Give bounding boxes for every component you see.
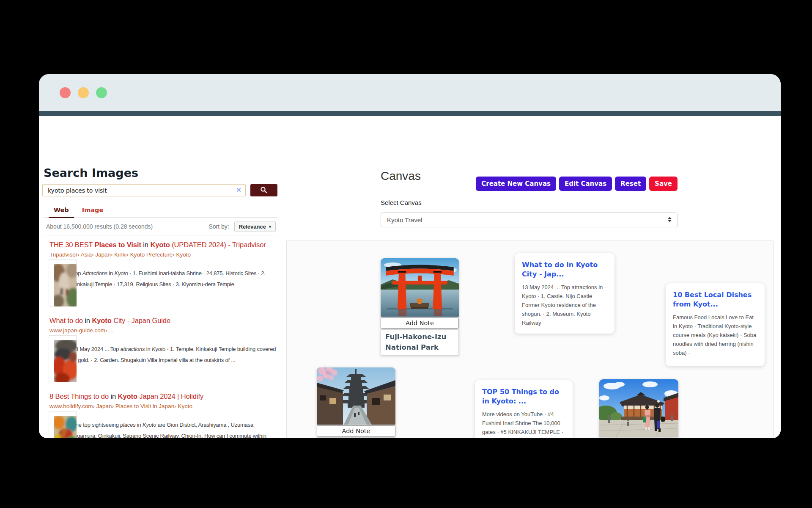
torii-gate-photo[interactable] <box>381 258 459 317</box>
text-segment: Kyoto <box>143 422 156 428</box>
text-segment: in <box>145 346 152 352</box>
sort-by-label: Sort by: <box>208 223 229 230</box>
canvas-image-card[interactable]: Add NoteFuji-Hakone-Izu National Park <box>381 258 459 356</box>
yasaka-shrine-photo[interactable] <box>599 379 678 437</box>
text-segment: are Gion District, Arashiyama , Uzumasa <box>156 422 253 428</box>
search-panel: Search Images ✕ <box>44 116 277 438</box>
result-breadcrumb: www.japan-guide.com› ... <box>49 327 277 334</box>
result-breadcrumb: Tripadvisor› Asia› Japan› Kinki› Kyoto P… <box>49 251 277 258</box>
text-segment: (UPDATED 2024) - Tripadvisor <box>170 241 266 248</box>
text-segment: in <box>107 270 115 276</box>
text-segment: Kinkakuji Temple · 17,319. Religious Sit… <box>72 281 236 287</box>
search-button[interactable] <box>250 184 277 196</box>
desktop-background: Search Images ✕ <box>0 0 812 508</box>
text-segment: in <box>110 392 116 400</box>
note-card[interactable]: 10 Best Local Dishes from Kyot...Famous … <box>666 283 765 366</box>
text-segment: Kyoto <box>92 317 111 324</box>
search-tabs: Web Image <box>44 206 277 218</box>
save-canvas-button[interactable]: Save <box>649 177 678 191</box>
result-title-link[interactable]: THE 30 BEST Places to Visit in Kyoto (UP… <box>49 239 277 249</box>
text-segment: Kyoto <box>152 346 165 352</box>
reset-canvas-button[interactable]: Reset <box>615 177 646 191</box>
note-card[interactable]: What to do in Kyoto City - Jap...13 May … <box>515 253 614 334</box>
text-segment: in <box>143 241 148 248</box>
yasaka-pagoda-photo[interactable] <box>317 367 395 425</box>
text-segment: Places to Visit <box>95 241 141 248</box>
result-thumbnail[interactable] <box>49 260 77 306</box>
result-title-link[interactable]: 8 Best Things to do in Kyoto Japan 2024 … <box>49 391 277 401</box>
canvas-select[interactable]: Kyoto Travel <box>381 213 678 227</box>
result-breadcrumb: www.holidify.com› Japan› Places to Visit… <box>49 403 277 409</box>
search-panel-title: Search Images <box>44 166 138 180</box>
text-segment: attractions <box>121 346 145 352</box>
text-segment: Kyoto <box>118 392 137 400</box>
result-thumbnail[interactable] <box>49 411 77 438</box>
search-result: THE 30 BEST Places to Visit in Kyoto (UP… <box>49 239 277 315</box>
results-count: About 16,500,000 results (0.28 seconds) <box>46 223 153 230</box>
text-segment: · 1. Fushimi Inari-taisha Shrine · 24,87… <box>128 270 266 276</box>
note-card-title-link[interactable]: 10 Best Local Dishes from Kyot... <box>673 290 757 309</box>
clear-search-icon[interactable]: ✕ <box>236 186 241 194</box>
search-results-list: THE 30 BEST Places to Visit in Kyoto (UP… <box>49 239 277 438</box>
chevron-down-icon: ▾ <box>269 224 271 229</box>
add-note-button[interactable]: Add Note <box>381 318 459 329</box>
select-canvas-label: Select Canvas <box>381 199 422 206</box>
canvas-select-value: Kyoto Travel <box>387 216 668 224</box>
magnifier-icon <box>260 186 267 195</box>
tab-image[interactable]: Image <box>77 207 109 217</box>
text-segment: City - Japan Guide <box>112 317 170 324</box>
text-segment: Eigamura, Ginkakuji, Sagano Scenic Railw… <box>72 433 266 438</box>
note-card-body: 13 May 2024 ... Top attractions in Kyoto… <box>522 283 607 327</box>
kyoto-path-people-thumb <box>54 264 77 306</box>
result-thumbnail[interactable] <box>49 335 77 382</box>
window-accent-bar <box>39 111 781 116</box>
sort-dropdown[interactable]: Relevance ▾ <box>234 221 276 232</box>
text-segment: Attractions <box>82 270 107 276</box>
canvas-area[interactable]: Add NoteFuji-Hakone-Izu National ParkWha… <box>286 240 774 438</box>
sort-value: Relevance <box>239 224 266 230</box>
result-snippet: The top sightseeing places in Kyoto are … <box>72 409 277 438</box>
search-input[interactable] <box>42 184 246 196</box>
browser-window: Search Images ✕ <box>39 74 781 438</box>
close-window-button[interactable] <box>60 87 71 98</box>
select-updown-icon <box>668 216 672 224</box>
note-card[interactable]: TOP 50 Things to do in Kyoto: ...More vi… <box>475 380 573 438</box>
maximize-window-button[interactable] <box>96 87 107 98</box>
colorful-festival-thumb <box>54 416 77 438</box>
text-segment: Kyoto <box>115 270 128 276</box>
window-titlebar <box>39 74 781 111</box>
canvas-toolbar: Create New Canvas Edit Canvas Reset Save <box>476 177 678 191</box>
canvas-image-card[interactable]: Add NoteThe Yasaka Pagoda, also known as… <box>317 367 395 438</box>
text-segment: What to do <box>49 317 85 324</box>
text-segment: The top sightseeing <box>72 422 120 428</box>
divider <box>44 235 277 235</box>
note-card-body: Famous Food Locals Love to Eat in Kyoto … <box>673 313 757 357</box>
text-segment: THE 30 BEST <box>49 241 95 248</box>
image-card-caption: Fuji-Hakone-Izu National Park <box>381 329 459 356</box>
text-segment: Kyoto <box>150 241 170 248</box>
text-segment: in <box>85 317 90 324</box>
text-segment: Japan 2024 | Holidify <box>137 392 203 400</box>
text-segment: · 1. Temple. Kinkakuji Temple building c… <box>165 346 276 352</box>
search-result: What to do in Kyoto City - Japan Guideww… <box>49 315 277 391</box>
note-card-title-link[interactable]: What to do in Kyoto City - Jap... <box>522 260 607 279</box>
edit-canvas-button[interactable]: Edit Canvas <box>559 177 612 191</box>
text-segment: 8 Best Things to do <box>49 392 110 400</box>
search-bar: ✕ <box>42 184 277 196</box>
text-segment: 13 May 2024 ... Top <box>72 346 121 352</box>
tab-web[interactable]: Web <box>49 207 74 218</box>
search-result: 8 Best Things to do in Kyoto Japan 2024 … <box>49 391 277 438</box>
add-note-button[interactable]: Add Note <box>317 425 395 436</box>
result-title-link[interactable]: What to do in Kyoto City - Japan Guide <box>49 315 277 325</box>
note-card-title-link[interactable]: TOP 50 Things to do in Kyoto: ... <box>482 387 565 406</box>
image-card-caption: The Yasaka Pagoda, also known as the Tow… <box>317 437 395 438</box>
create-new-canvas-button[interactable]: Create New Canvas <box>476 177 556 191</box>
canvas-image-card[interactable]: Add Note <box>599 379 678 438</box>
text-segment: in gold. · 2. Garden. Shugakuin Villa Im… <box>72 357 236 363</box>
canvas-title: Canvas <box>381 169 421 183</box>
result-snippet: Top Attractions in Kyoto · 1. Fushimi In… <box>72 258 277 290</box>
note-card-body: More videos on YouTube · #4 Fushimi Inar… <box>482 410 565 438</box>
text-segment: places <box>120 422 135 428</box>
autumn-temple-thumb <box>54 340 77 382</box>
minimize-window-button[interactable] <box>78 87 89 98</box>
